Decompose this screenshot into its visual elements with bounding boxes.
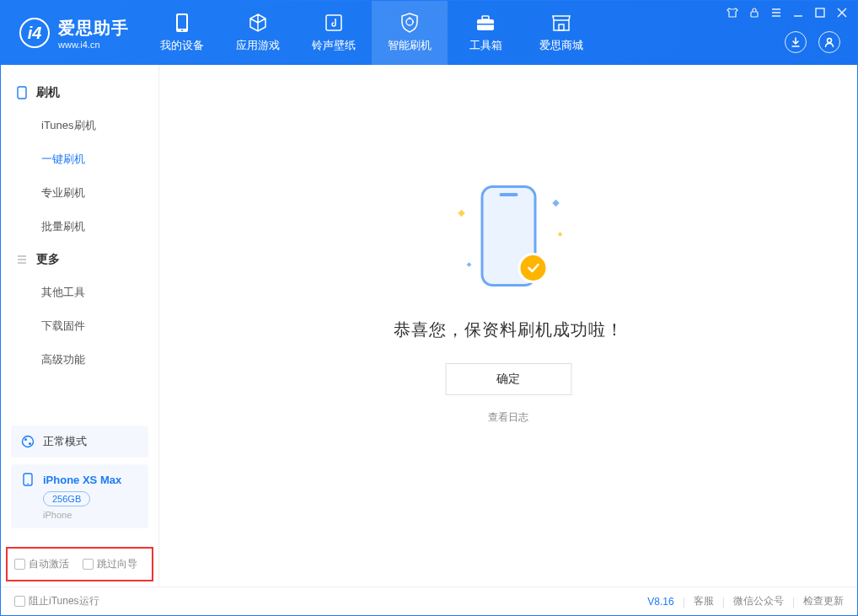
svg-point-13 <box>24 438 27 441</box>
sidebar-item-other-tools[interactable]: 其他工具 <box>1 276 158 309</box>
status-bar: 阻止iTunes运行 V8.16 | 客服 | 微信公众号 | 检查更新 <box>1 587 857 615</box>
skin-icon[interactable] <box>726 6 739 19</box>
checkbox-icon <box>14 559 25 570</box>
svg-point-12 <box>23 437 34 447</box>
checkbox-icon <box>83 559 94 570</box>
user-icon[interactable] <box>818 31 840 53</box>
group-label: 刷机 <box>36 85 60 100</box>
svg-point-8 <box>828 39 832 43</box>
sidebar-group-flash[interactable]: 刷机 <box>1 77 158 109</box>
checkbox-auto-activate[interactable]: 自动激活 <box>14 557 69 571</box>
nav-tab-apps[interactable]: 应用游戏 <box>220 1 296 65</box>
device-mode-card[interactable]: 正常模式 <box>11 426 148 458</box>
window-controls <box>726 6 849 19</box>
svg-point-16 <box>27 483 29 485</box>
music-icon <box>324 13 344 33</box>
nav-label: 应用游戏 <box>236 38 280 53</box>
sidebar-group-more[interactable]: 更多 <box>1 244 158 276</box>
nav-tab-my-device[interactable]: 我的设备 <box>144 1 220 65</box>
toolbox-icon <box>475 13 496 33</box>
sidebar-item-itunes-flash[interactable]: iTunes刷机 <box>1 109 158 142</box>
menu-icon[interactable] <box>770 6 783 19</box>
sidebar-item-pro-flash[interactable]: 专业刷机 <box>1 176 158 210</box>
lock-icon[interactable] <box>748 6 761 19</box>
sidebar-item-download-firmware[interactable]: 下载固件 <box>1 309 158 343</box>
main-content: 恭喜您，保资料刷机成功啦！ 确定 查看日志 <box>159 65 857 587</box>
close-icon[interactable] <box>835 6 849 19</box>
success-message: 恭喜您，保资料刷机成功啦！ <box>394 319 624 341</box>
support-link[interactable]: 客服 <box>694 594 714 608</box>
wechat-link[interactable]: 微信公众号 <box>733 594 784 608</box>
phone-icon <box>21 473 35 486</box>
app-header: i4 爱思助手 www.i4.cn 我的设备 应用游戏 铃声壁纸 智能刷机 <box>1 1 857 65</box>
device-name: iPhone XS Max <box>43 474 121 486</box>
device-type: iPhone <box>43 510 138 520</box>
svg-rect-5 <box>482 16 489 19</box>
device-icon <box>172 13 192 33</box>
svg-point-14 <box>29 442 31 445</box>
nav-tab-store[interactable]: 爱思商城 <box>523 1 599 65</box>
nav-tab-flash[interactable]: 智能刷机 <box>372 1 448 65</box>
success-illustration <box>470 185 546 295</box>
logo-area: i4 爱思助手 www.i4.cn <box>1 1 144 65</box>
sidebar-item-batch-flash[interactable]: 批量刷机 <box>1 210 158 244</box>
svg-rect-11 <box>18 87 26 99</box>
nav-tabs: 我的设备 应用游戏 铃声壁纸 智能刷机 工具箱 爱思商城 <box>144 1 599 65</box>
view-log-link[interactable]: 查看日志 <box>488 410 528 425</box>
mode-icon <box>21 435 35 448</box>
mode-label: 正常模式 <box>43 434 87 449</box>
nav-label: 爱思商城 <box>539 38 583 53</box>
shield-icon <box>400 13 420 33</box>
app-logo-icon: i4 <box>19 18 50 48</box>
check-icon <box>517 253 548 283</box>
svg-point-2 <box>181 29 183 31</box>
sidebar-item-oneclick-flash[interactable]: 一键刷机 <box>1 142 158 176</box>
list-icon <box>16 254 28 265</box>
checkbox-icon <box>14 596 25 607</box>
device-card[interactable]: iPhone XS Max 256GB iPhone <box>11 464 148 528</box>
nav-label: 智能刷机 <box>388 38 432 53</box>
options-highlight-box: 自动激活 跳过向导 <box>6 547 153 581</box>
svg-rect-1 <box>178 15 186 29</box>
version-label: V8.16 <box>647 596 673 608</box>
cube-icon <box>248 13 268 33</box>
app-title: 爱思助手 <box>58 17 129 40</box>
sidebar-item-advanced[interactable]: 高级功能 <box>1 343 158 377</box>
nav-label: 工具箱 <box>469 38 502 53</box>
minimize-icon[interactable] <box>791 6 805 19</box>
svg-rect-10 <box>816 8 824 17</box>
ok-button[interactable]: 确定 <box>445 363 571 395</box>
phone-icon <box>16 87 28 99</box>
checkbox-skip-guide[interactable]: 跳过向导 <box>83 557 137 571</box>
group-label: 更多 <box>36 252 60 267</box>
check-update-link[interactable]: 检查更新 <box>803 594 844 608</box>
nav-tab-ringtones[interactable]: 铃声壁纸 <box>296 1 372 65</box>
sidebar: 刷机 iTunes刷机 一键刷机 专业刷机 批量刷机 更多 其他工具 下载固件 … <box>1 65 159 587</box>
checkbox-block-itunes[interactable]: 阻止iTunes运行 <box>14 594 99 608</box>
nav-label: 铃声壁纸 <box>312 38 356 53</box>
storage-badge: 256GB <box>43 491 90 506</box>
header-actions <box>785 31 840 53</box>
app-subtitle: www.i4.cn <box>58 40 129 50</box>
nav-tab-toolbox[interactable]: 工具箱 <box>448 1 523 65</box>
svg-rect-7 <box>559 24 564 30</box>
download-icon[interactable] <box>785 31 807 53</box>
store-icon <box>551 13 571 33</box>
nav-label: 我的设备 <box>160 38 204 53</box>
maximize-icon[interactable] <box>813 6 827 19</box>
svg-rect-9 <box>751 12 758 17</box>
svg-rect-6 <box>477 24 494 25</box>
